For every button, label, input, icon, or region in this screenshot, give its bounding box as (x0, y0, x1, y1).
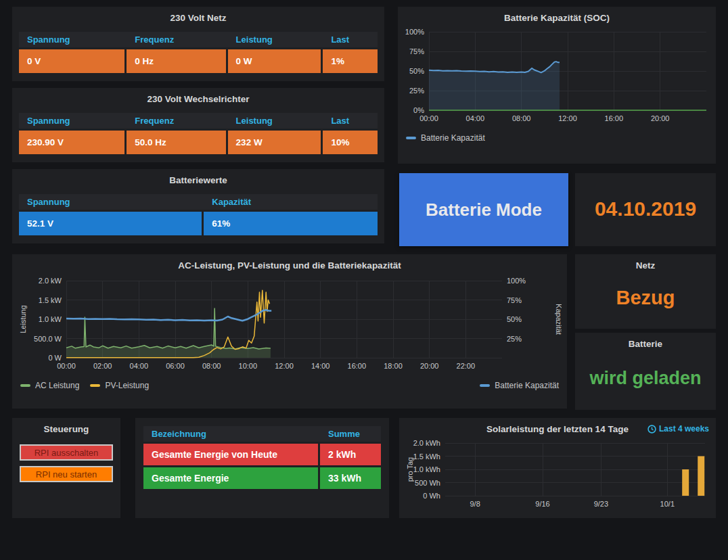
energy-today-value: 2 kWh (320, 444, 381, 465)
col-header-spannung: Spannung (19, 32, 124, 47)
grid-load-value: 1% (323, 49, 378, 73)
solar-chart: 0 Wh500 Wh1.0 kWh1.5 kWh2.0 kWh9/89/169/… (405, 439, 710, 515)
legend-item-batterie-kapazitaet[interactable]: Batterie Kapazität (406, 133, 485, 143)
col-header-spannung: Spannung (19, 113, 124, 129)
svg-text:50%: 50% (409, 67, 424, 75)
panel-solar-chart: Solarleistung der letzten 14 Tage Last 4… (399, 418, 716, 518)
panel-soc-chart: Batterie Kapazität (SOC) 0%25%50%75%100%… (398, 7, 716, 164)
series-color-chip (480, 384, 490, 387)
battery-voltage-value: 52.1 V (19, 212, 202, 235)
batterie-mode-button[interactable]: Batterie Mode (399, 173, 568, 246)
svg-text:25%: 25% (507, 335, 522, 343)
svg-text:0%: 0% (413, 106, 424, 114)
panel-title[interactable]: 230 Volt Netz (12, 7, 384, 28)
col-header-frequenz: Frequenz (127, 113, 225, 129)
svg-text:1.5 kW: 1.5 kW (39, 296, 62, 304)
grid-table: Spannung Frequenz Leistung Last 0 V 0 Hz… (19, 32, 378, 73)
inverter-table: Spannung Frequenz Leistung Last 230.90 V… (19, 113, 378, 154)
svg-text:08:00: 08:00 (512, 114, 531, 122)
svg-text:0 Wh: 0 Wh (423, 492, 440, 500)
legend-item-pv-leistung[interactable]: PV-Leistung (90, 381, 149, 390)
panel-title[interactable]: Netz (575, 254, 716, 275)
svg-text:50%: 50% (507, 315, 522, 323)
svg-text:75%: 75% (507, 296, 522, 304)
rpi-shutdown-button[interactable]: RPI ausschalten (20, 444, 113, 461)
svg-text:9/23: 9/23 (594, 500, 608, 508)
col-header-summe: Summe (320, 426, 381, 442)
svg-text:Kapazität: Kapazität (555, 304, 562, 335)
svg-text:2.0 kWh: 2.0 kWh (413, 439, 440, 447)
legend-item-ac-leistung[interactable]: AC Leistung (20, 381, 79, 390)
col-header-last: Last (323, 113, 378, 129)
netz-status-value: Bezug (575, 287, 716, 309)
panel-title[interactable]: Steuerung (12, 418, 120, 439)
col-header-last: Last (323, 32, 378, 47)
soc-chart: 0%25%50%75%100%00:0004:0008:0012:0016:00… (403, 28, 710, 129)
svg-text:1.0 kWh: 1.0 kWh (413, 465, 440, 473)
col-header-leistung: Leistung (228, 32, 321, 47)
panel-batterie-status: Batterie wird geladen (575, 333, 716, 410)
svg-text:9/16: 9/16 (535, 500, 549, 508)
col-header-leistung: Leistung (228, 113, 321, 129)
power-legend: AC Leistung PV-Leistung Batterie Kapazit… (12, 379, 567, 392)
panel-title[interactable]: Batterie Kapazität (SOC) (398, 7, 716, 28)
series-color-chip (406, 137, 416, 139)
battery-capacity-value: 61% (204, 212, 378, 235)
battery-table: Spannung Kapazität 52.1 V 61% (19, 194, 378, 235)
col-header-frequenz: Frequenz (127, 32, 225, 47)
inverter-power-value: 232 W (228, 131, 321, 154)
svg-text:12:00: 12:00 (558, 114, 577, 122)
energy-today-label: Gesamte Energie von Heute (143, 444, 318, 465)
time-range-picker[interactable]: Last 4 weeks (647, 424, 709, 434)
clock-icon (647, 425, 656, 434)
svg-text:500.0 W: 500.0 W (34, 335, 62, 343)
svg-text:100%: 100% (405, 28, 424, 36)
svg-text:08:00: 08:00 (202, 362, 221, 370)
svg-text:04:00: 04:00 (466, 114, 485, 122)
panel-title[interactable]: Batterie (575, 333, 716, 354)
grid-voltage-value: 0 V (19, 49, 124, 73)
series-color-chip (90, 384, 100, 387)
svg-text:22:00: 22:00 (457, 362, 476, 370)
svg-text:06:00: 06:00 (166, 362, 185, 370)
svg-text:pro Tag: pro Tag (406, 457, 414, 482)
date-value: 04.10.2019 (575, 197, 716, 220)
col-header-bezeichnung: Bezeichnung (143, 426, 318, 442)
panel-title[interactable]: 230 Volt Wechselrichter (12, 88, 384, 109)
panel-230v-wechselrichter: 230 Volt Wechselrichter Spannung Frequen… (12, 88, 384, 162)
svg-text:0 W: 0 W (48, 354, 62, 362)
grid-frequency-value: 0 Hz (127, 49, 225, 73)
svg-text:18:00: 18:00 (384, 362, 403, 370)
svg-text:1.5 kWh: 1.5 kWh (413, 452, 440, 461)
svg-text:1.0 kW: 1.0 kW (39, 315, 62, 323)
panel-title[interactable]: AC-Leistung, PV-Leistung und die Batteri… (12, 254, 567, 275)
inverter-load-value: 10% (323, 131, 378, 154)
soc-legend: Batterie Kapazität (398, 132, 716, 144)
svg-text:20:00: 20:00 (420, 362, 439, 370)
svg-text:25%: 25% (409, 87, 424, 95)
svg-text:2.0 kW: 2.0 kW (39, 277, 62, 285)
legend-item-batterie-kapazitaet[interactable]: Batterie Kapazität (480, 381, 559, 390)
svg-text:20:00: 20:00 (651, 114, 670, 122)
panel-netz-status: Netz Bezug (575, 254, 716, 329)
rpi-restart-button[interactable]: RPI neu starten (20, 466, 113, 482)
col-header-spannung: Spannung (19, 194, 202, 210)
panel-batteriewerte: Batteriewerte Spannung Kapazität 52.1 V … (12, 169, 384, 243)
energy-total-value: 33 kWh (320, 467, 381, 489)
svg-text:75%: 75% (409, 47, 424, 55)
energy-table: Bezeichnung Summe Gesamte Energie von He… (143, 426, 381, 489)
dashboard: 230 Volt Netz Spannung Frequenz Leistung… (0, 0, 728, 560)
series-color-chip (20, 384, 30, 387)
panel-energy-table: Bezeichnung Summe Gesamte Energie von He… (135, 418, 389, 518)
svg-text:500 Wh: 500 Wh (415, 479, 440, 487)
svg-text:9/8: 9/8 (470, 500, 480, 508)
col-header-kapazitaet: Kapazität (204, 194, 378, 210)
table-row: Gesamte Energie 33 kWh (143, 467, 381, 489)
svg-text:16:00: 16:00 (348, 362, 367, 370)
panel-title[interactable]: Batteriewerte (12, 169, 384, 190)
svg-text:100%: 100% (507, 277, 526, 285)
batterie-status-value: wird geladen (575, 368, 716, 389)
svg-text:00:00: 00:00 (57, 362, 76, 370)
panel-230v-netz: 230 Volt Netz Spannung Frequenz Leistung… (12, 7, 384, 81)
svg-text:02:00: 02:00 (93, 362, 112, 370)
